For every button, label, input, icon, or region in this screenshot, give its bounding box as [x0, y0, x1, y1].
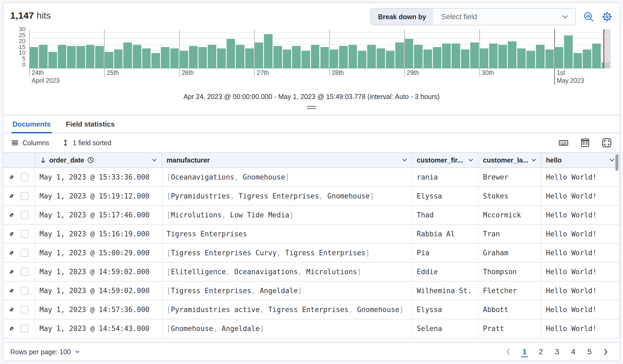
histogram-bar[interactable] — [264, 34, 273, 68]
page-button-5[interactable]: 5 — [582, 345, 597, 359]
row-select-checkbox[interactable] — [21, 192, 29, 200]
histogram-bar[interactable] — [349, 45, 357, 68]
cell-manufacturer[interactable]: [Pyramidustries, Tigress Enterprises, Gn… — [162, 187, 412, 205]
cell-customer-first[interactable]: Wilhemina St. — [412, 282, 479, 300]
cell-order-date[interactable]: May 1, 2023 @ 15:16:19.000 — [35, 225, 162, 243]
histogram-bar[interactable] — [217, 48, 226, 68]
row-select-checkbox[interactable] — [21, 306, 29, 314]
histogram-bar[interactable] — [377, 48, 385, 68]
previous-page-button[interactable] — [501, 345, 515, 359]
histogram-bar[interactable] — [423, 49, 432, 68]
cell-manufacturer[interactable]: [Pyramidustries active, Tigress Enterpri… — [162, 300, 412, 319]
cell-customer-first[interactable]: Eddie — [412, 263, 479, 281]
rows-per-page-button[interactable]: Rows per page: 100 — [10, 348, 81, 356]
histogram-bar[interactable] — [555, 47, 563, 68]
histogram-chart[interactable]: 051015202530 24thApril 202325th26th27th2… — [10, 29, 613, 85]
histogram-bar[interactable] — [395, 42, 404, 68]
column-menu-chevron-icon[interactable] — [530, 157, 537, 164]
column-menu-chevron-icon[interactable] — [401, 157, 408, 164]
expand-document-button[interactable] — [8, 306, 16, 314]
cell-customer-first[interactable]: Thad — [412, 206, 479, 224]
histogram-bar[interactable] — [442, 44, 451, 68]
row-select-checkbox[interactable] — [21, 268, 29, 276]
panel-resize-handle[interactable] — [307, 106, 316, 109]
display-options-button[interactable] — [580, 137, 591, 148]
row-select-checkbox[interactable] — [21, 249, 29, 257]
histogram-bar[interactable] — [123, 42, 132, 68]
histogram-bar[interactable] — [452, 44, 460, 68]
cell-customer-last[interactable]: Thompson — [479, 263, 542, 281]
cell-manufacturer[interactable]: [Tigress Enterprises Curvy, Tigress Ente… — [162, 244, 412, 262]
column-header-manufacturer[interactable]: manufacturer — [162, 153, 412, 167]
histogram-bar[interactable] — [58, 45, 67, 68]
histogram-bar[interactable] — [77, 46, 85, 68]
histogram-bar[interactable] — [433, 47, 442, 68]
histogram-bar[interactable] — [170, 48, 179, 68]
cell-hello[interactable]: Hello World! — [542, 263, 620, 281]
histogram-bar[interactable] — [30, 47, 38, 68]
histogram-bar[interactable] — [86, 45, 95, 68]
cell-customer-first[interactable]: Elyssa — [412, 300, 479, 319]
histogram-bar[interactable] — [508, 41, 516, 68]
cell-customer-last[interactable]: Pratt — [479, 319, 542, 338]
histogram-bar[interactable] — [39, 45, 48, 68]
cell-order-date[interactable]: May 1, 2023 @ 15:00:29.000 — [35, 244, 162, 262]
expand-document-button[interactable] — [8, 287, 16, 295]
cell-manufacturer[interactable]: [Oceanavigations, Gnomehouse] — [162, 168, 412, 186]
histogram-bar[interactable] — [114, 49, 123, 68]
column-menu-chevron-icon[interactable] — [467, 157, 474, 164]
cell-hello[interactable]: Hello World! — [542, 168, 620, 186]
row-select-checkbox[interactable] — [21, 230, 29, 238]
cell-hello[interactable]: Hello World! — [542, 282, 620, 300]
columns-button[interactable]: Columns — [11, 139, 49, 147]
histogram-bar[interactable] — [358, 51, 366, 69]
histogram-bar[interactable] — [255, 42, 263, 68]
cell-hello[interactable]: Hello World! — [542, 225, 620, 243]
cell-manufacturer[interactable]: Tigress Enterprises — [162, 225, 412, 243]
histogram-bar[interactable] — [526, 51, 535, 69]
histogram-bar[interactable] — [414, 45, 423, 68]
histogram-bar[interactable] — [545, 49, 554, 68]
cell-manufacturer[interactable]: [Elitelligence, Oceanavigations, Microlu… — [162, 263, 412, 281]
histogram-bar[interactable] — [583, 49, 591, 68]
cell-hello[interactable]: Hello World! — [542, 244, 620, 262]
row-select-checkbox[interactable] — [21, 211, 29, 219]
tab-documents[interactable]: Documents — [11, 115, 52, 133]
cell-customer-last[interactable]: Tran — [479, 225, 542, 243]
cell-manufacturer[interactable]: [Gnomehouse, Angeldale] — [162, 319, 412, 338]
histogram-bar[interactable] — [339, 46, 348, 68]
page-button-3[interactable]: 3 — [550, 345, 564, 359]
cell-order-date[interactable]: May 1, 2023 @ 14:57:36.000 — [35, 300, 162, 319]
cell-customer-first[interactable]: Rabbia Al — [412, 225, 479, 243]
histogram-bar[interactable] — [461, 49, 470, 68]
cell-customer-last[interactable]: Stokes — [479, 187, 542, 205]
next-page-button[interactable] — [599, 345, 613, 359]
histogram-bar[interactable] — [367, 45, 376, 68]
cell-hello[interactable]: Hello World! — [542, 300, 620, 319]
cell-customer-first[interactable]: Selena — [412, 319, 479, 338]
page-button-1[interactable]: 1 — [518, 345, 532, 359]
cell-customer-last[interactable]: Fletcher — [479, 282, 542, 300]
breakdown-field-select[interactable]: Select field — [433, 9, 575, 25]
cell-order-date[interactable]: May 1, 2023 @ 14:59:02.000 — [35, 263, 162, 281]
row-select-checkbox[interactable] — [21, 173, 29, 181]
column-menu-chevron-icon[interactable] — [608, 157, 615, 164]
histogram-bar[interactable] — [292, 46, 301, 68]
expand-document-button[interactable] — [8, 192, 16, 200]
expand-document-button[interactable] — [8, 268, 16, 276]
tab-field-statistics[interactable]: Field statistics — [65, 115, 116, 133]
histogram-bar[interactable] — [301, 51, 310, 69]
cell-order-date[interactable]: May 1, 2023 @ 15:19:12.000 — [35, 187, 162, 205]
expand-document-button[interactable] — [8, 211, 16, 219]
column-header-customer-fir[interactable]: customer_fir... — [412, 153, 479, 167]
histogram-bar[interactable] — [330, 49, 338, 68]
cell-customer-last[interactable]: Mccormick — [479, 206, 542, 224]
histogram-bar[interactable] — [273, 46, 282, 68]
cell-order-date[interactable]: May 1, 2023 @ 14:54:43.000 — [35, 319, 162, 338]
keyboard-shortcuts-button[interactable] — [558, 137, 569, 148]
cell-customer-first[interactable]: rania — [412, 168, 479, 186]
chart-options-button[interactable] — [583, 11, 594, 22]
histogram-bar[interactable] — [386, 51, 395, 69]
histogram-bar[interactable] — [151, 53, 160, 68]
histogram-bar[interactable] — [133, 45, 141, 68]
